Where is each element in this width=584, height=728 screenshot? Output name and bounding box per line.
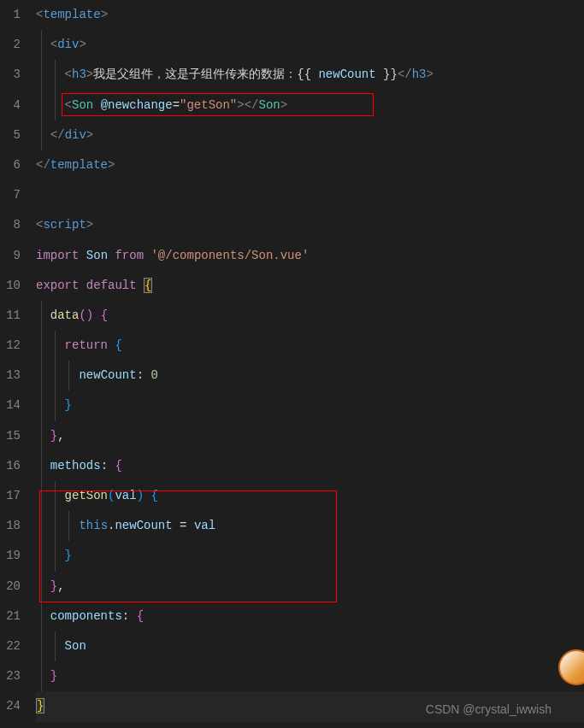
- line-number: 4: [0, 91, 21, 120]
- code-line[interactable]: </template>: [36, 150, 584, 180]
- line-number: 21: [0, 602, 21, 631]
- line-number: 20: [0, 572, 21, 602]
- code-line[interactable]: return {: [36, 331, 584, 361]
- code-editor[interactable]: 123456789101112131415161718192021222324 …: [0, 0, 584, 728]
- line-number: 5: [0, 120, 21, 150]
- line-number: 15: [0, 421, 21, 451]
- line-number: 24: [0, 691, 21, 721]
- code-line[interactable]: <Son @newchange="getSon"></Son>: [36, 91, 584, 120]
- code-line[interactable]: getSon(val) {: [36, 481, 584, 511]
- line-number: 23: [0, 661, 21, 691]
- line-number: 11: [0, 301, 21, 331]
- code-line[interactable]: <h3>我是父组件，这是子组件传来的数据：{{ newCount }}</h3>: [36, 60, 584, 90]
- line-number: 18: [0, 511, 21, 541]
- code-line[interactable]: methods: {: [36, 451, 584, 481]
- code-line[interactable]: <template>: [36, 0, 584, 30]
- code-line[interactable]: data() {: [36, 301, 584, 331]
- line-number: 8: [0, 210, 21, 240]
- line-number-gutter: 123456789101112131415161718192021222324: [0, 0, 32, 728]
- line-number: 17: [0, 481, 21, 511]
- code-area[interactable]: <template> <div> <h3>我是父组件，这是子组件传来的数据：{{…: [32, 0, 584, 728]
- code-line[interactable]: Son: [36, 631, 584, 661]
- line-number: 9: [0, 241, 21, 271]
- code-line[interactable]: this.newCount = val: [36, 511, 584, 541]
- code-line[interactable]: }: [36, 390, 584, 420]
- code-line[interactable]: },: [36, 572, 584, 602]
- line-number: 3: [0, 60, 21, 90]
- code-line[interactable]: components: {: [36, 602, 584, 631]
- line-number: 13: [0, 361, 21, 390]
- code-line[interactable]: </div>: [36, 120, 584, 150]
- code-line[interactable]: import Son from '@/components/Son.vue': [36, 241, 584, 271]
- line-number: 14: [0, 390, 21, 420]
- line-number: 7: [0, 180, 21, 210]
- line-number: 2: [0, 30, 21, 60]
- line-number: 12: [0, 331, 21, 361]
- line-number: 10: [0, 271, 21, 301]
- code-line[interactable]: newCount: 0: [36, 361, 584, 390]
- line-number: 22: [0, 631, 21, 661]
- line-number: 6: [0, 150, 21, 180]
- line-number: 16: [0, 451, 21, 481]
- code-line[interactable]: }: [36, 661, 584, 691]
- code-line[interactable]: [36, 180, 584, 210]
- code-line[interactable]: export default {: [36, 271, 584, 301]
- line-number: 1: [0, 0, 21, 30]
- watermark-text: CSDN @crystal_iwwish: [426, 702, 552, 716]
- code-line[interactable]: <div>: [36, 30, 584, 60]
- code-line[interactable]: <script>: [36, 210, 584, 240]
- code-line[interactable]: },: [36, 421, 584, 451]
- line-number: 19: [0, 541, 21, 571]
- code-line[interactable]: }: [36, 541, 584, 571]
